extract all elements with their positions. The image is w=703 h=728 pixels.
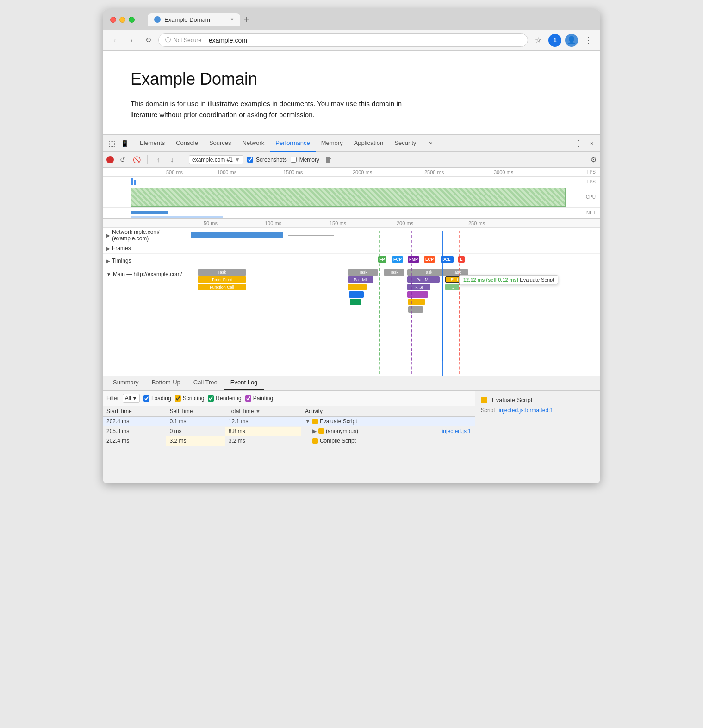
script-value[interactable]: injected.js:formatted:1 — [499, 407, 553, 414]
frames-track-label[interactable]: ▶ Frames — [103, 244, 186, 252]
back-button[interactable]: ‹ — [108, 34, 121, 47]
cpu-row: CPU — [103, 187, 600, 208]
tab-call-tree[interactable]: Call Tree — [187, 376, 224, 390]
cpu-stripe — [131, 188, 566, 207]
settings-gear-icon[interactable]: ⚙ — [591, 156, 597, 164]
col-total-time[interactable]: Total Time ▼ — [225, 406, 301, 417]
close-window-button[interactable] — [110, 17, 116, 23]
url-bar[interactable]: ⓘ Not Secure | example.com — [158, 33, 528, 47]
tab-elements[interactable]: Elements — [134, 135, 170, 152]
devtools-close-button[interactable]: × — [587, 140, 597, 147]
loading-checkbox[interactable] — [143, 395, 149, 402]
tab-security[interactable]: Security — [389, 135, 422, 152]
session-selector[interactable]: example.com #1 ▼ — [189, 155, 243, 164]
network-request-bar — [191, 232, 283, 238]
net-row: NET — [103, 208, 600, 217]
network-label: Network mple.com/ (example.com) — [112, 229, 182, 242]
ruler-mark-1500: 1500 ms — [283, 169, 303, 175]
screenshots-checkbox[interactable] — [247, 157, 253, 163]
painting-checkbox[interactable] — [245, 395, 251, 402]
devtools-right-icons: ⋮ × — [572, 138, 597, 149]
upload-profile-button[interactable]: ↑ — [153, 155, 163, 165]
reload-button[interactable]: ↻ — [142, 34, 155, 47]
trash-icon[interactable]: 🗑 — [325, 156, 332, 164]
flame-chart-2 — [407, 291, 428, 324]
activity-label-2: (anonymous) — [326, 428, 358, 434]
table-row[interactable]: 202.4 ms 0.1 ms 12.1 ms — [103, 417, 475, 427]
reload-record-button[interactable]: ↺ — [118, 155, 128, 165]
timings-expand-icon[interactable]: ▶ — [106, 258, 110, 264]
col-activity[interactable]: Activity — [301, 406, 475, 417]
url-text: example.com — [209, 37, 247, 44]
network-expand-icon[interactable]: ▶ — [106, 233, 110, 238]
activity-label-3: Compile Script — [320, 438, 356, 444]
cell-activity-3: Compile Script — [301, 436, 475, 446]
clear-button[interactable]: 🚫 — [131, 155, 142, 165]
download-profile-button[interactable]: ↓ — [167, 155, 177, 165]
col-start-time[interactable]: Start Time — [103, 406, 166, 417]
tab-performance[interactable]: Performance — [270, 135, 315, 152]
detail-mark-250: 250 ms — [468, 220, 485, 226]
row-expand-icon-2[interactable]: ▶ — [312, 428, 317, 434]
inspect-element-icon[interactable]: ⬚ — [106, 137, 117, 150]
tab-summary[interactable]: Summary — [106, 376, 145, 390]
memory-checkbox[interactable] — [291, 157, 297, 163]
filter-value: All — [125, 395, 131, 402]
tab-console[interactable]: Console — [170, 135, 204, 152]
table-row[interactable]: 202.4 ms 3.2 ms 3.2 ms — [103, 436, 475, 446]
profile-icon[interactable]: 👤 — [565, 34, 578, 47]
active-tab[interactable]: Example Domain × — [148, 13, 240, 26]
page-title: Example Domain — [131, 69, 572, 89]
new-tab-button[interactable]: + — [244, 14, 249, 25]
tab-close-button[interactable]: × — [230, 16, 234, 23]
row-expand-icon[interactable]: ▼ — [305, 418, 311, 425]
rendering-checkbox[interactable] — [208, 395, 214, 402]
frames-expand-icon[interactable]: ▶ — [106, 246, 110, 251]
col-self-time[interactable]: Self Time — [166, 406, 224, 417]
tab-bottom-up[interactable]: Bottom-Up — [145, 376, 187, 390]
devtools-options-icon[interactable]: ⋮ — [572, 138, 585, 149]
menu-icon[interactable]: ⋮ — [582, 34, 595, 47]
tab-application[interactable]: Application — [348, 135, 389, 152]
password-manager-icon[interactable]: 1 — [548, 34, 561, 47]
record-button[interactable] — [106, 156, 114, 163]
injected-js-link[interactable]: injected.js:1 — [442, 428, 471, 434]
detail-mark-50: 50 ms — [204, 220, 218, 226]
event-log-right: Evaluate Script Script injected.js:forma… — [475, 391, 600, 483]
tab-event-log[interactable]: Event Log — [224, 376, 264, 390]
tab-network[interactable]: Network — [237, 135, 270, 152]
network-track-label[interactable]: ▶ Network mple.com/ (example.com) — [103, 228, 186, 243]
main-thread-track: ▼ Main — http://example.com/ Task Timer … — [103, 268, 600, 361]
table-row[interactable]: 205.8 ms 0 ms 8.8 ms ▶ — [103, 427, 475, 436]
activity-cell-3: Compile Script — [305, 438, 471, 444]
forward-button[interactable]: › — [125, 34, 138, 47]
timeline-overview[interactable]: 500 ms 1000 ms 1500 ms 2000 ms 2500 ms 3… — [103, 168, 600, 219]
event-table-container[interactable]: Start Time Self Time Total Time ▼ — [103, 406, 475, 471]
bookmark-icon[interactable]: ☆ — [532, 34, 545, 47]
tab-memory[interactable]: Memory — [316, 135, 348, 152]
filter-select[interactable]: All ▼ — [123, 394, 140, 403]
cell-start-3: 202.4 ms — [103, 436, 166, 446]
cell-start-2: 205.8 ms — [103, 427, 166, 436]
activity-icon-3 — [312, 438, 318, 444]
main-thread-expand-icon[interactable]: ▼ — [106, 272, 111, 277]
timer-fired-bar: Timer Fired — [198, 276, 246, 283]
tooltip: 12.12 ms (self 0.12 ms) Evaluate Script — [459, 275, 558, 284]
device-mode-icon[interactable]: 📱 — [119, 138, 131, 149]
main-thread-label[interactable]: ▼ Main — http://example.com/ — [103, 268, 186, 361]
task-bar-2: Task — [348, 269, 378, 276]
network-wait-line — [288, 235, 334, 236]
maximize-window-button[interactable] — [129, 17, 135, 23]
scripting-checkbox-group: Scripting — [175, 395, 205, 402]
more-tabs-button[interactable]: » — [423, 135, 438, 152]
scripting-checkbox[interactable] — [175, 395, 181, 402]
function-call-bar: Function Call — [198, 284, 246, 290]
devtools-side-icons: ⬚ 📱 — [106, 137, 131, 150]
memory-label: Memory — [299, 157, 319, 163]
session-label: example.com #1 — [192, 157, 233, 163]
tab-sources[interactable]: Sources — [204, 135, 237, 152]
timeline-main[interactable]: 50 ms 100 ms 150 ms 200 ms 250 ms ▶ Netw… — [103, 219, 600, 376]
network-track: ▶ Network mple.com/ (example.com) — [103, 228, 600, 243]
minimize-window-button[interactable] — [119, 17, 125, 23]
timings-track-label[interactable]: ▶ Timings — [103, 257, 186, 265]
